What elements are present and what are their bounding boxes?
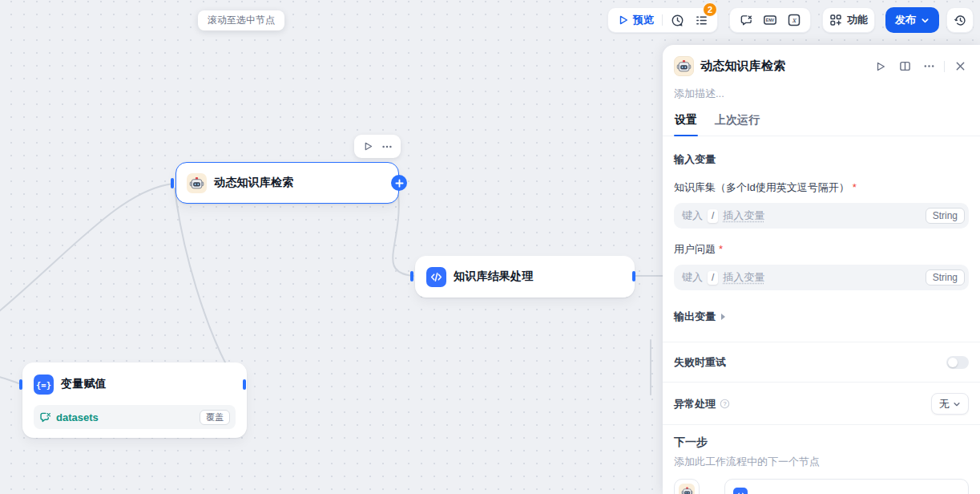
chevron-down-icon xyxy=(921,16,930,25)
user-question-input[interactable]: 键入 / 插入变量 String xyxy=(674,265,969,290)
node-title: 动态知识库检索 xyxy=(214,176,293,190)
panel-title: 动态知识库检索 xyxy=(700,59,865,74)
retry-toggle[interactable] xyxy=(946,356,969,369)
node-knowledge-result-processor[interactable]: 知识库结果处理 xyxy=(415,256,635,298)
panel-more-button[interactable] xyxy=(920,58,938,75)
ellipsis-icon xyxy=(381,141,393,152)
input-variables-title: 输入变量 xyxy=(674,152,969,167)
type-badge: String xyxy=(926,208,965,224)
panel-tabs: 设置 上次运行 xyxy=(663,113,980,136)
comment-x-icon xyxy=(740,14,753,27)
version-history-button[interactable] xyxy=(950,10,970,30)
plus-icon xyxy=(395,179,404,188)
top-toolbar: 预览 2 ENV xyxy=(607,7,974,33)
svg-text:{=}: {=} xyxy=(36,379,51,389)
features-group: 功能 xyxy=(822,7,875,33)
required-asterisk: * xyxy=(853,181,857,193)
play-icon xyxy=(875,61,886,72)
features-icon xyxy=(829,14,842,26)
play-icon xyxy=(363,141,373,152)
panel-run-button[interactable] xyxy=(872,58,889,75)
split-view-button[interactable] xyxy=(896,58,913,75)
history-group xyxy=(946,7,974,33)
tab-last-run[interactable]: 上次运行 xyxy=(714,113,760,136)
clock-icon xyxy=(671,14,684,27)
divider xyxy=(663,382,980,383)
variables-group: ENV x xyxy=(729,7,811,33)
overwrite-badge: 覆盖 xyxy=(200,410,230,425)
add-next-node-button[interactable] xyxy=(391,175,407,191)
variable-name: datasets xyxy=(56,411,99,423)
node-play-button[interactable] xyxy=(360,139,376,155)
node-title: 变量赋值 xyxy=(61,377,107,391)
edge xyxy=(175,188,243,384)
close-icon xyxy=(955,61,966,71)
connection-handle[interactable] xyxy=(243,379,246,390)
ellipsis-icon xyxy=(923,60,935,72)
node-title: 知识库结果处理 xyxy=(454,269,533,284)
edge xyxy=(393,194,413,276)
description-placeholder[interactable]: 添加描述... xyxy=(674,87,969,101)
edge xyxy=(0,376,18,383)
required-asterisk: * xyxy=(719,243,723,255)
field-label-knowledge-ids: 知识库集（多个Id使用英文逗号隔开）* xyxy=(674,180,969,195)
connection-handle[interactable] xyxy=(410,271,413,281)
play-icon xyxy=(618,14,629,26)
knowledge-ids-input[interactable]: 键入 / 插入变量 String xyxy=(674,203,969,229)
connection-handle[interactable] xyxy=(171,178,174,188)
svg-text:ENV: ENV xyxy=(766,18,775,22)
divider xyxy=(944,61,945,72)
current-node-icon-box xyxy=(674,479,700,494)
next-step-title: 下一步 xyxy=(674,435,969,450)
divider xyxy=(663,342,980,342)
connection-handle[interactable] xyxy=(19,379,22,390)
tab-settings[interactable]: 设置 xyxy=(674,113,698,136)
collapse-arrow-icon xyxy=(721,314,725,320)
node-more-button[interactable] xyxy=(379,139,395,155)
chat-variables-button[interactable]: x xyxy=(784,10,804,30)
panel-close-button[interactable] xyxy=(951,58,969,75)
split-view-icon xyxy=(899,60,911,72)
panel-header: 动态知识库检索 xyxy=(674,56,969,76)
error-handling-select[interactable]: 无 xyxy=(931,393,969,415)
retry-row: 失败时重试 xyxy=(674,355,969,370)
output-variables-toggle[interactable]: 输出变量 xyxy=(674,310,969,324)
run-history-button[interactable] xyxy=(667,10,687,30)
code-icon xyxy=(426,267,446,287)
next-step-row xyxy=(674,479,969,494)
checklist-button[interactable]: 2 xyxy=(692,10,711,30)
env-variables-button[interactable]: ENV xyxy=(760,10,780,30)
node-dynamic-knowledge-retrieval[interactable]: 动态知识库检索 xyxy=(175,162,399,204)
insert-variable-link[interactable]: 插入变量 xyxy=(723,209,764,223)
edge xyxy=(0,184,173,316)
assigner-icon: {=} xyxy=(34,375,54,395)
help-icon: ? xyxy=(720,399,730,409)
retry-label: 失败时重试 xyxy=(674,355,726,370)
conversation-variable-icon xyxy=(39,411,51,423)
robot-icon xyxy=(187,173,207,193)
next-node-card[interactable] xyxy=(724,479,969,494)
node-config-panel: 动态知识库检索 添加描述... 设置 上次运行 输入变量 知识库集（多个Id使用… xyxy=(663,45,980,494)
slash-key-chip: / xyxy=(708,271,718,285)
robot-icon xyxy=(674,56,694,76)
assigned-variable-row[interactable]: datasets 覆盖 xyxy=(34,405,236,429)
features-button[interactable]: 功能 xyxy=(829,13,868,27)
variable-x-icon: x xyxy=(787,13,801,27)
preview-button[interactable]: 预览 xyxy=(615,13,657,27)
node-mini-toolbar xyxy=(354,135,401,158)
robot-icon xyxy=(679,484,695,494)
node-variable-assigner[interactable]: {=} 变量赋值 datasets 覆盖 xyxy=(22,362,247,438)
chevron-down-icon xyxy=(953,400,961,408)
annotation-button[interactable] xyxy=(736,10,756,30)
error-handling-label: 异常处理 xyxy=(674,397,716,411)
checklist-badge: 2 xyxy=(703,2,717,17)
run-group: 预览 2 xyxy=(607,7,718,33)
field-label-user-question: 用户问题* xyxy=(674,242,969,257)
code-icon xyxy=(733,488,748,494)
connection-handle[interactable] xyxy=(632,271,635,281)
svg-text:x: x xyxy=(792,16,797,24)
divider xyxy=(663,424,980,425)
insert-variable-link[interactable]: 插入变量 xyxy=(723,270,764,285)
publish-button[interactable]: 发布 xyxy=(885,7,939,33)
env-icon: ENV xyxy=(763,13,777,27)
